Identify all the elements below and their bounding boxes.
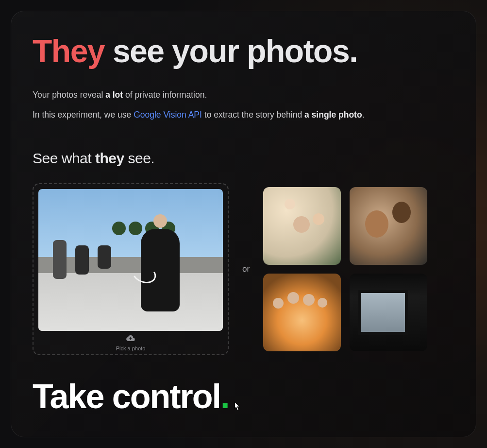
hero-sub-2: In this experiment, we use Google Vision… [33, 108, 454, 121]
google-vision-link[interactable]: Google Vision API [134, 110, 202, 120]
upload-label: Pick a photo [34, 345, 228, 351]
hero-title-rest: see your photos. [104, 33, 357, 69]
sample-thumb-1[interactable] [263, 187, 341, 265]
main-card: They see your photos. Your photos reveal… [11, 11, 476, 437]
hero-sub-1: Your photos reveal a lot of private info… [33, 88, 454, 102]
or-divider: or [242, 264, 250, 274]
upload-footer: Pick a photo [34, 335, 228, 351]
picker-row: Pick a photo or [33, 183, 454, 355]
cloud-upload-icon [34, 335, 228, 344]
hero-title: They see your photos. [33, 34, 454, 68]
section-title: See what they see. [33, 150, 454, 167]
dropzone-preview-image [38, 189, 223, 331]
sample-thumbnails [263, 187, 427, 351]
photo-dropzone[interactable]: Pick a photo [33, 183, 229, 355]
sample-thumb-2[interactable] [350, 187, 427, 265]
bottom-title: Take control. [33, 379, 229, 414]
sample-thumb-4[interactable] [350, 274, 427, 351]
hero-title-red: They [33, 33, 104, 69]
sample-thumb-3[interactable] [263, 274, 341, 351]
pointer-cursor-icon [232, 401, 242, 414]
